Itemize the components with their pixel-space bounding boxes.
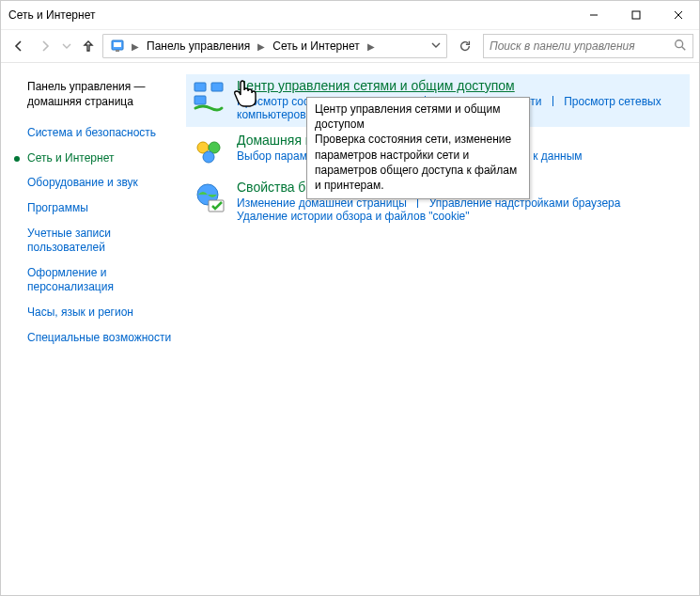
link-delete-history[interactable]: Удаление истории обзора и файлов "cookie… [237,210,470,223]
main-panel: Центр управления сетями и общим доступом… [184,63,699,595]
svg-rect-11 [194,96,206,104]
tooltip-text: Центр управления сетями и общим доступом… [315,102,517,192]
chevron-right-icon: ▶ [130,41,141,52]
sidebar-item-system-security[interactable]: Система и безопасность [27,126,175,141]
sidebar-home[interactable]: Панель управления — домашняя страница [27,80,175,109]
tooltip: Центр управления сетями и общим доступом… [306,97,530,199]
sidebar-item-programs[interactable]: Программы [27,201,175,216]
sidebar: Панель управления — домашняя страница Си… [1,63,184,595]
chevron-right-icon: ▶ [256,41,267,52]
back-button[interactable] [7,34,31,58]
title-bar: Сеть и Интернет [1,1,699,30]
sidebar-item-appearance[interactable]: Оформление и персонализация [27,266,175,295]
svg-rect-9 [194,83,206,91]
homegroup-icon [192,134,226,168]
address-dropdown-button[interactable] [428,39,444,53]
chevron-right-icon: ▶ [366,41,377,52]
sidebar-item-hardware-sound[interactable]: Оборудование и звук [27,176,175,191]
navigation-row: ▶ Панель управления ▶ Сеть и Интернет ▶ … [1,30,699,63]
refresh-button[interactable] [453,34,477,58]
sidebar-item-user-accounts[interactable]: Учетные записи пользователей [27,227,175,256]
maximize-button[interactable] [614,1,657,29]
svg-rect-5 [114,42,121,47]
internet-options-icon [192,181,226,215]
breadcrumb-root[interactable]: Панель управления [141,39,256,53]
sidebar-item-clock-language[interactable]: Часы, язык и регион [27,306,175,321]
forward-button[interactable] [33,34,57,58]
svg-point-7 [676,39,683,47]
sidebar-item-network-internet[interactable]: Сеть и Интернет [27,151,175,166]
up-button[interactable] [76,34,101,58]
control-panel-icon [109,38,126,55]
breadcrumb-current[interactable]: Сеть и Интернет [267,39,365,53]
network-sharing-icon [192,80,226,114]
minimize-button[interactable] [572,1,614,29]
svg-rect-10 [211,83,223,91]
link-separator [552,96,553,106]
svg-rect-6 [116,50,119,52]
recent-locations-button[interactable] [59,34,74,58]
search-icon [674,39,687,55]
search-input[interactable]: Поиск в панели управления [483,34,693,58]
svg-line-8 [682,46,686,50]
svg-rect-1 [632,11,640,19]
close-button[interactable] [657,1,699,29]
svg-point-14 [203,151,214,163]
sidebar-item-accessibility[interactable]: Специальные возможности [27,331,175,346]
category-title-network-sharing[interactable]: Центр управления сетями и общим доступом [237,78,515,93]
window-title: Сеть и Интернет [8,8,95,22]
search-placeholder: Поиск в панели управления [490,39,635,53]
window-controls [572,1,699,29]
breadcrumb[interactable]: ▶ Панель управления ▶ Сеть и Интернет ▶ [102,34,447,58]
